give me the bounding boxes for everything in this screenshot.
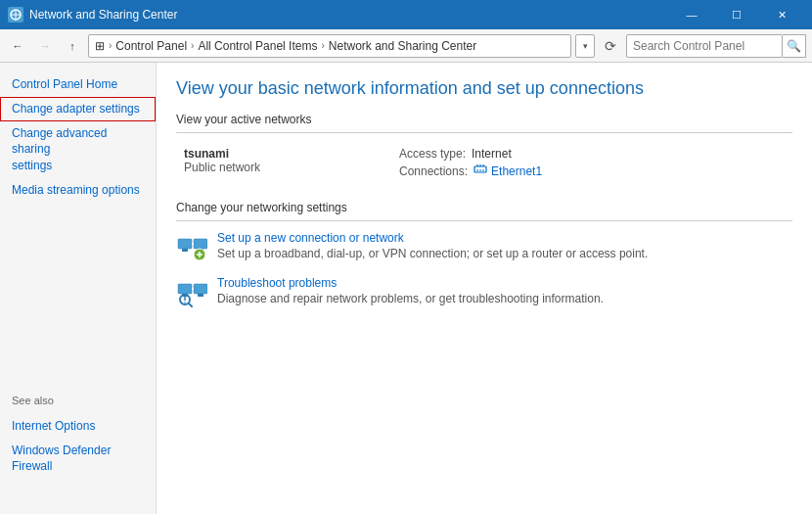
new-connection-desc: Set up a broadband, dial-up, or VPN conn… (217, 247, 792, 260)
troubleshoot-link[interactable]: Troubleshoot problems (217, 276, 792, 290)
sidebar: Control Panel Home Change adapter settin… (0, 63, 157, 514)
minimize-button[interactable]: — (669, 0, 714, 29)
sidebar-item-media-streaming-options[interactable]: Media streaming options (0, 178, 156, 203)
sidebar-item-change-adapter-settings[interactable]: Change adapter settings (0, 97, 156, 121)
app-icon (8, 7, 23, 23)
network-info-table: tsunami Public network Access type: Inte… (176, 143, 792, 183)
ethernet-icon (474, 163, 487, 179)
search-input[interactable] (626, 34, 783, 58)
networking-settings-divider (176, 220, 792, 221)
sidebar-item-control-panel-home[interactable]: Control Panel Home (0, 72, 156, 97)
new-connection-link[interactable]: Set up a new connection or network (217, 231, 792, 245)
connections-label: Connections: (399, 164, 468, 178)
breadcrumb-current: Network and Sharing Center (329, 39, 476, 53)
troubleshoot-icon (176, 276, 207, 307)
svg-line-24 (189, 304, 192, 306)
breadcrumb-root-icon: ⊞ (95, 39, 105, 53)
connection-name: Ethernet1 (491, 164, 542, 178)
breadcrumb-segment-1[interactable]: Control Panel (115, 39, 187, 53)
active-networks-divider (176, 132, 792, 133)
svg-rect-18 (178, 284, 192, 294)
up-button[interactable]: ↑ (61, 34, 84, 58)
network-row: tsunami Public network Access type: Inte… (176, 143, 792, 183)
path-arrow-2: › (191, 40, 194, 51)
networking-settings-label: Change your networking settings (176, 201, 792, 214)
connection-link[interactable]: Ethernet1 (474, 163, 542, 179)
address-path[interactable]: ⊞ › Control Panel › All Control Panel It… (88, 34, 571, 58)
sidebar-footer-internet-options[interactable]: Internet Options (0, 414, 156, 439)
svg-rect-13 (182, 249, 188, 252)
refresh-button[interactable]: ⟳ (599, 34, 622, 58)
network-name: tsunami (184, 147, 383, 161)
path-arrow-3: › (321, 40, 324, 51)
breadcrumb-segment-2[interactable]: All Control Panel Items (198, 39, 317, 53)
access-type-value: Internet (472, 147, 512, 161)
title-bar: Network and Sharing Center — ☐ ✕ (0, 0, 812, 29)
path-arrow-1: › (109, 40, 112, 51)
troubleshoot-item: Troubleshoot problems Diagnose and repai… (176, 276, 792, 307)
svg-rect-19 (194, 284, 207, 294)
search-container: 🔍 (626, 34, 806, 58)
svg-point-9 (482, 169, 484, 171)
content-area: View your basic network information and … (157, 63, 812, 514)
network-type: Public network (184, 161, 383, 174)
access-type-label: Access type: (399, 147, 466, 161)
window-title: Network and Sharing Center (29, 8, 177, 22)
main-container: Control Panel Home Change adapter settin… (0, 63, 812, 514)
close-button[interactable]: ✕ (759, 0, 804, 29)
troubleshoot-text: Troubleshoot problems Diagnose and repai… (217, 276, 792, 305)
back-button[interactable]: ← (6, 34, 29, 58)
new-connection-item: Set up a new connection or network Set u… (176, 231, 792, 262)
active-networks-label: View your active networks (176, 113, 792, 126)
svg-rect-10 (178, 239, 192, 249)
active-networks-section: View your active networks tsunami Public… (176, 113, 792, 183)
svg-point-26 (184, 302, 186, 304)
address-bar: ← → ↑ ⊞ › Control Panel › All Control Pa… (0, 29, 812, 63)
title-bar-left: Network and Sharing Center (8, 7, 177, 23)
address-dropdown-button[interactable]: ▾ (575, 34, 595, 58)
svg-point-7 (476, 169, 478, 171)
forward-button[interactable]: → (33, 34, 57, 58)
new-connection-text: Set up a new connection or network Set u… (217, 231, 792, 260)
page-title: View your basic network information and … (176, 78, 792, 99)
window-controls: — ☐ ✕ (669, 0, 804, 29)
search-button[interactable]: 🔍 (783, 34, 806, 58)
svg-rect-22 (198, 294, 203, 297)
sidebar-footer-windows-firewall[interactable]: Windows Defender Firewall (0, 439, 156, 480)
maximize-button[interactable]: ☐ (714, 0, 759, 29)
networking-settings-section: Change your networking settings (176, 201, 792, 307)
svg-rect-11 (194, 239, 207, 249)
new-connection-icon (176, 231, 207, 262)
see-also-label: See also (0, 395, 156, 406)
sidebar-item-change-advanced-sharing[interactable]: Change advanced sharing settings (0, 121, 156, 178)
svg-point-8 (479, 169, 481, 171)
troubleshoot-desc: Diagnose and repair network problems, or… (217, 292, 792, 305)
